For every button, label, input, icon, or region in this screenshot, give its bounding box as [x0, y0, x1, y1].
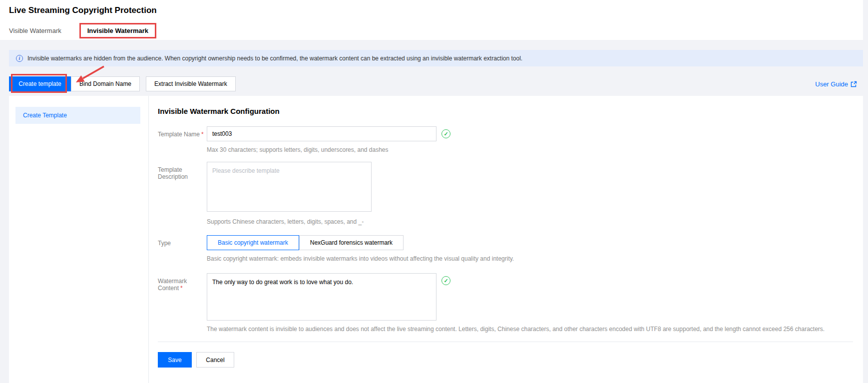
watermark-content-textarea[interactable]: The only way to do great work is to love… [207, 273, 436, 321]
page-header: Live Streaming Copyright Protection Visi… [0, 0, 863, 40]
sidebar: Create Template [9, 96, 149, 383]
type-option-nexguard-forensics[interactable]: NexGuard forensics watermark [299, 235, 404, 250]
required-mark: * [180, 285, 183, 292]
type-option-basic-copyright[interactable]: Basic copyright watermark [207, 235, 299, 250]
info-icon: i [16, 55, 23, 62]
template-name-label: Template Name* [158, 126, 207, 153]
form-heading: Invisible Watermark Configuration [158, 107, 853, 115]
watermark-content-row: Watermark Content* The only way to do gr… [158, 273, 853, 333]
template-description-label: Template Description [158, 162, 207, 225]
external-link-icon [851, 81, 857, 87]
bind-domain-name-button[interactable]: Bind Domain Name [71, 76, 140, 91]
template-name-row: Template Name* ✓ Max 30 characters; supp… [158, 126, 853, 153]
check-circle-icon: ✓ [441, 276, 450, 285]
toolbar: Create template Bind Domain Name Extract… [9, 76, 863, 91]
tab-bar: Visible Watermark Invisible Watermark [9, 23, 863, 38]
watermark-content-label: Watermark Content* [158, 273, 207, 333]
sidebar-item-create-template[interactable]: Create Template [15, 107, 140, 124]
type-row: Type Basic copyright watermark NexGuard … [158, 235, 853, 262]
user-guide-link[interactable]: User Guide [815, 80, 857, 88]
extract-invisible-watermark-button[interactable]: Extract Invisible Watermark [146, 76, 236, 91]
configuration-form: Invisible Watermark Configuration Templa… [149, 96, 863, 383]
form-divider [158, 342, 853, 342]
type-segmented-control: Basic copyright watermark NexGuard foren… [207, 235, 514, 250]
content-card: Create Template Invisible Watermark Conf… [9, 96, 863, 383]
check-circle-icon: ✓ [441, 129, 450, 138]
required-mark: * [201, 131, 204, 138]
template-description-textarea[interactable] [207, 162, 372, 212]
save-button[interactable]: Save [158, 352, 192, 368]
page-title: Live Streaming Copyright Protection [9, 5, 863, 15]
user-guide-label: User Guide [815, 80, 848, 88]
cancel-button[interactable]: Cancel [196, 352, 234, 368]
template-name-helper: Max 30 characters; supports letters, dig… [207, 146, 450, 153]
info-banner-text: Invisible watermarks are hidden from the… [27, 55, 522, 62]
create-template-button[interactable]: Create template [9, 76, 71, 91]
template-description-helper: Supports Chinese characters, letters, di… [207, 218, 372, 225]
watermark-content-helper: The watermark content is invisible to au… [207, 326, 825, 333]
type-label: Type [158, 235, 207, 262]
type-helper: Basic copyright watermark: embeds invisi… [207, 255, 514, 262]
info-banner: i Invisible watermarks are hidden from t… [9, 50, 863, 66]
template-name-input[interactable] [207, 126, 436, 141]
template-description-row: Template Description Supports Chinese ch… [158, 162, 853, 225]
annotation-box-tab: Invisible Watermark [79, 23, 156, 38]
page: Live Streaming Copyright Protection Visi… [0, 0, 868, 383]
tab-visible-watermark[interactable]: Visible Watermark [9, 27, 61, 34]
tab-invisible-watermark[interactable]: Invisible Watermark [87, 27, 148, 34]
form-actions: Save Cancel [158, 352, 853, 368]
